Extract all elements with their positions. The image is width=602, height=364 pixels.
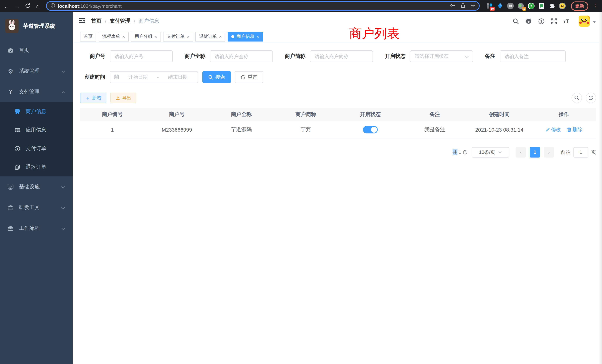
browser-update-button[interactable]: 更新 — [571, 1, 588, 11]
font-size-icon[interactable]: TT — [563, 18, 571, 24]
toggle-search-button[interactable] — [572, 93, 582, 103]
page-scrollbar[interactable] — [599, 12, 602, 364]
full-name-input[interactable] — [210, 50, 273, 62]
merchant-no-input[interactable] — [110, 50, 173, 62]
browser-menu-icon[interactable]: ⋮ — [593, 3, 598, 9]
edit-link[interactable]: 修改 — [545, 126, 561, 133]
command-extension-icon[interactable]: ⌘ — [507, 3, 514, 9]
workflow-icon — [7, 225, 14, 232]
svg-text:¥: ¥ — [16, 147, 18, 150]
cell-create-time: 2021-10-23 08:31:14 — [467, 121, 532, 139]
short-name-input[interactable] — [310, 50, 373, 62]
chevron-down-icon — [61, 184, 65, 190]
chat-extension-icon[interactable] — [538, 3, 545, 9]
cell-full-name: 芋道源码 — [209, 121, 274, 139]
status-select[interactable]: 请选择开启状态 — [410, 50, 473, 62]
sidebar-item-home[interactable]: 首页 — [0, 40, 73, 61]
breadcrumb-payment[interactable]: 支付管理 — [110, 18, 130, 24]
page-size-select[interactable]: 10条/页 — [472, 147, 509, 157]
extensions-puzzle-icon[interactable] — [549, 3, 555, 9]
col-full-name: 商户全称 — [209, 108, 274, 121]
trash-icon — [567, 127, 572, 132]
share-icon[interactable] — [461, 2, 466, 10]
sidebar-item-pay-order[interactable]: ¥ 支付订单 — [0, 139, 73, 158]
sidebar-item-payment[interactable]: ¥ 支付管理 — [0, 82, 73, 102]
app-grid-icon — [14, 127, 20, 133]
tab-process-form[interactable]: 流程表单× — [99, 32, 129, 41]
search-form-row-1: 商户号 商户全称 商户简称 开启状态 请选择开启状态 — [80, 50, 596, 62]
tab-pay-order[interactable]: 支付订单× — [163, 32, 193, 41]
delete-link[interactable]: 删除 — [567, 126, 582, 133]
emoji-extension-icon[interactable] — [559, 3, 566, 9]
table-header-row: 商户编号 商户号 商户全称 商户简称 开启状态 备注 创建时间 操作 — [80, 108, 596, 121]
close-tab-icon[interactable]: × — [219, 34, 222, 39]
password-key-icon[interactable] — [450, 2, 456, 10]
close-tab-icon[interactable]: × — [122, 34, 125, 39]
sidebar-item-label: 工作流程 — [19, 225, 56, 232]
breadcrumb-home[interactable]: 首页 — [91, 18, 102, 24]
sidebar-item-label: 退款订单 — [26, 164, 65, 171]
user-avatar[interactable] — [579, 16, 596, 27]
sidebar-item-app-info[interactable]: 应用信息 — [0, 121, 73, 139]
sidebar-item-workflow[interactable]: 工作流程 — [0, 218, 73, 239]
header-search-icon[interactable] — [513, 18, 519, 24]
col-short-name: 商户简称 — [274, 108, 338, 121]
pay-order-icon: ¥ — [14, 146, 20, 152]
sidebar-collapse-icon[interactable] — [79, 17, 85, 25]
sidebar-item-merchant-info[interactable]: 商户信息 — [0, 102, 73, 121]
proxy-extension-icon[interactable]: 1 — [517, 3, 524, 9]
chevron-up-icon — [61, 89, 65, 95]
col-merchant-id: 商户编号 — [80, 108, 145, 121]
screen: ← → ⌂ localhost:1024/pay/merchant ☆ — [0, 0, 602, 364]
search-button[interactable]: 搜索 — [202, 71, 231, 83]
browser-reload-icon[interactable] — [24, 3, 31, 9]
y-extension-icon[interactable]: Y — [528, 3, 535, 9]
sidebar-item-refund-order[interactable]: 退款订单 — [0, 158, 73, 176]
extension-badge: 10 — [490, 7, 495, 11]
tab-home[interactable]: 首页 — [80, 32, 96, 41]
reset-button[interactable]: 重置 — [235, 71, 263, 83]
site-info-icon[interactable] — [50, 3, 55, 9]
tab-merchant-info[interactable]: 商户信息× — [228, 32, 263, 41]
goto-page-input[interactable] — [573, 147, 588, 157]
plus-icon: ＋ — [85, 96, 90, 100]
page-number-1[interactable]: 1 — [530, 147, 540, 157]
app-title: 芋道管理系统 — [23, 22, 55, 30]
create-time-range-picker[interactable]: 开始日期 - 结束日期 — [110, 71, 198, 83]
bookmark-star-icon[interactable]: ☆ — [471, 3, 475, 9]
tab-user-group[interactable]: 用户分组× — [131, 32, 161, 41]
close-tab-icon[interactable]: × — [155, 34, 157, 39]
close-tab-icon[interactable]: × — [257, 34, 259, 39]
next-page-button[interactable]: › — [544, 147, 554, 157]
close-tab-icon[interactable]: × — [187, 34, 189, 39]
dashboard-icon — [7, 47, 14, 54]
browser-toolbar: ← → ⌂ localhost:1024/pay/merchant ☆ — [0, 0, 602, 12]
tab-manager-extension-icon[interactable]: 10 — [486, 3, 493, 9]
address-bar[interactable]: localhost:1024/pay/merchant ☆ — [46, 1, 480, 11]
add-button[interactable]: ＋ 新增 — [80, 93, 106, 103]
export-button[interactable]: 导出 — [110, 93, 136, 103]
browser-back-icon[interactable]: ← — [3, 3, 10, 9]
sidebar-item-dev-tools[interactable]: 研发工具 — [0, 197, 73, 218]
refresh-table-button[interactable] — [586, 93, 596, 103]
help-icon[interactable]: ? — [538, 18, 545, 24]
tab-refund-order[interactable]: 退款订单× — [195, 32, 225, 41]
short-name-label: 商户简称 — [285, 53, 305, 60]
prev-page-button[interactable]: ‹ — [516, 147, 526, 157]
goto-label: 前往 — [561, 149, 570, 156]
sidebar-item-infrastructure[interactable]: 基础设施 — [0, 176, 73, 197]
browser-forward-icon[interactable]: → — [13, 3, 21, 9]
browser-home-icon[interactable]: ⌂ — [34, 3, 42, 9]
status-toggle[interactable] — [363, 126, 378, 133]
app-logo[interactable]: 芋道管理系统 — [0, 12, 73, 40]
avatar-caret-icon — [593, 18, 596, 24]
fullscreen-icon[interactable] — [551, 18, 557, 24]
remark-input[interactable] — [500, 50, 566, 62]
kite-extension-icon[interactable] — [497, 3, 503, 9]
cell-remark: 我是备注 — [403, 121, 467, 139]
github-icon[interactable] — [525, 18, 532, 24]
col-actions: 操作 — [532, 108, 596, 121]
top-navbar: 首页 / 支付管理 / 商户信息 ? — [73, 12, 602, 30]
sidebar-item-system[interactable]: ⚙ 系统管理 — [0, 61, 73, 82]
sidebar-item-label: 应用信息 — [26, 127, 65, 133]
